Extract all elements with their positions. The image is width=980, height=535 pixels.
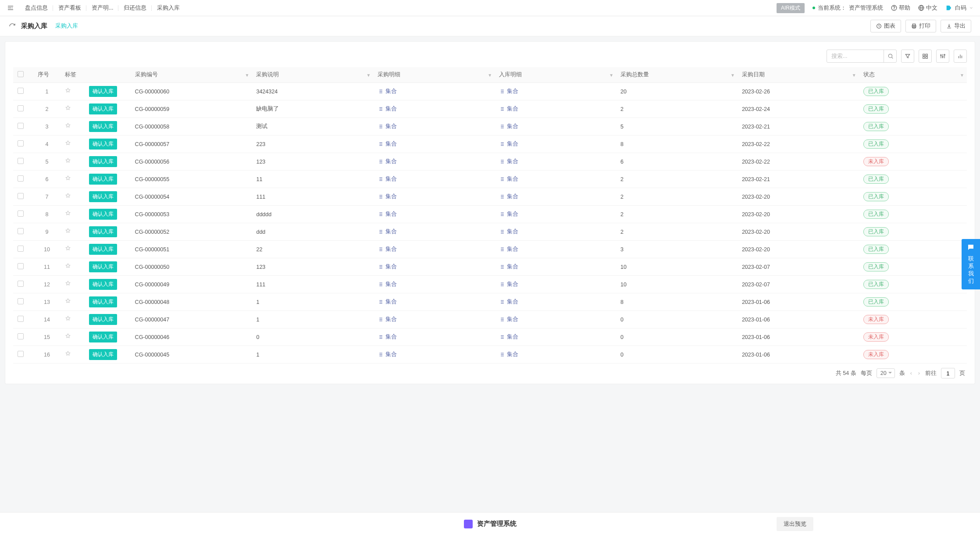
cell-indetail[interactable]: 集合 (495, 311, 616, 328)
header-tag[interactable]: 标签 (61, 67, 85, 83)
row-tag-icon[interactable] (61, 311, 85, 328)
confirm-button[interactable]: 确认入库 (89, 332, 117, 342)
confirm-button[interactable]: 确认入库 (89, 279, 117, 290)
cell-indetail[interactable]: 集合 (495, 276, 616, 293)
cell-indetail[interactable]: 集合 (495, 293, 616, 311)
cell-detail[interactable]: 集合 (373, 100, 495, 118)
table-row[interactable]: 14确认入库CG-000000471集合集合02023-01-06未入库 (13, 311, 967, 328)
table-row[interactable]: 16确认入库CG-000000451集合集合02023-01-06未入库 (13, 346, 967, 364)
cell-indetail[interactable]: 集合 (495, 136, 616, 153)
table-row[interactable]: 7确认入库CG-00000054111集合集合22023-02-20已入库 (13, 188, 967, 206)
row-tag-icon[interactable] (61, 223, 85, 241)
tab-purchase-in[interactable]: 采购入库 (55, 17, 78, 36)
row-confirm[interactable]: 确认入库 (85, 100, 131, 118)
cell-indetail[interactable]: 集合 (495, 153, 616, 171)
confirm-button[interactable]: 确认入库 (89, 314, 117, 325)
nav-item[interactable]: 盘点信息 (20, 4, 53, 12)
row-tag-icon[interactable] (61, 258, 85, 276)
cell-detail[interactable]: 集合 (373, 153, 495, 171)
row-confirm[interactable]: 确认入库 (85, 83, 131, 100)
row-tag-icon[interactable] (61, 83, 85, 100)
help-link[interactable]: 帮助 (891, 4, 910, 12)
row-tag-icon[interactable] (61, 171, 85, 188)
filter-button[interactable] (901, 50, 914, 63)
row-checkbox[interactable] (13, 206, 33, 223)
confirm-button[interactable]: 确认入库 (89, 121, 117, 132)
header-desc[interactable]: 采购说明▼ (252, 67, 373, 83)
pager-perpage-select[interactable]: 20 (877, 368, 895, 378)
row-confirm[interactable]: 确认入库 (85, 293, 131, 311)
cell-indetail[interactable]: 集合 (495, 83, 616, 100)
row-checkbox[interactable] (13, 328, 33, 346)
header-detail[interactable]: 采购明细▼ (373, 67, 495, 83)
row-confirm[interactable]: 确认入库 (85, 153, 131, 171)
row-checkbox[interactable] (13, 293, 33, 311)
row-confirm[interactable]: 确认入库 (85, 118, 131, 136)
confirm-button[interactable]: 确认入库 (89, 244, 117, 255)
row-tag-icon[interactable] (61, 100, 85, 118)
table-row[interactable]: 12确认入库CG-00000049111集合集合102023-02-07已入库 (13, 276, 967, 293)
row-checkbox[interactable] (13, 83, 33, 100)
cell-detail[interactable]: 集合 (373, 258, 495, 276)
cell-indetail[interactable]: 集合 (495, 258, 616, 276)
table-row[interactable]: 9确认入库CG-00000052ddd集合集合22023-02-20已入库 (13, 223, 967, 241)
confirm-button[interactable]: 确认入库 (89, 261, 117, 272)
row-checkbox[interactable] (13, 346, 33, 364)
cell-indetail[interactable]: 集合 (495, 171, 616, 188)
header-status[interactable]: 状态▼ (859, 67, 967, 83)
row-checkbox[interactable] (13, 136, 33, 153)
row-checkbox[interactable] (13, 100, 33, 118)
table-row[interactable]: 8确认入库CG-00000053ddddd集合集合22023-02-20已入库 (13, 206, 967, 223)
search-button[interactable] (884, 50, 897, 63)
table-row[interactable]: 4确认入库CG-00000057223集合集合82023-02-22已入库 (13, 136, 967, 153)
stats-button[interactable] (954, 50, 967, 63)
table-row[interactable]: 10确认入库CG-0000005122集合集合32023-02-20已入库 (13, 241, 967, 258)
nav-item[interactable]: 采购入库 (152, 4, 185, 12)
nav-item[interactable]: 资产看板 (53, 4, 86, 12)
row-tag-icon[interactable] (61, 136, 85, 153)
cell-detail[interactable]: 集合 (373, 188, 495, 206)
brand-menu[interactable]: 白码 (945, 4, 973, 12)
cell-detail[interactable]: 集合 (373, 276, 495, 293)
row-confirm[interactable]: 确认入库 (85, 258, 131, 276)
cell-indetail[interactable]: 集合 (495, 206, 616, 223)
row-confirm[interactable]: 确认入库 (85, 346, 131, 364)
cell-indetail[interactable]: 集合 (495, 328, 616, 346)
confirm-button[interactable]: 确认入库 (89, 349, 117, 360)
header-indetail[interactable]: 入库明细▼ (495, 67, 616, 83)
cell-indetail[interactable]: 集合 (495, 223, 616, 241)
table-row[interactable]: 1确认入库CG-000000603424324集合集合202023-02-26已… (13, 83, 967, 100)
row-confirm[interactable]: 确认入库 (85, 136, 131, 153)
pager-goto-input[interactable] (941, 368, 955, 378)
settings-button[interactable] (936, 50, 949, 63)
row-checkbox[interactable] (13, 311, 33, 328)
confirm-button[interactable]: 确认入库 (89, 226, 117, 237)
cell-indetail[interactable]: 集合 (495, 118, 616, 136)
cell-detail[interactable]: 集合 (373, 136, 495, 153)
row-tag-icon[interactable] (61, 328, 85, 346)
row-tag-icon[interactable] (61, 293, 85, 311)
cell-detail[interactable]: 集合 (373, 311, 495, 328)
row-confirm[interactable]: 确认入库 (85, 241, 131, 258)
nav-item[interactable]: 归还信息 (118, 4, 152, 12)
pager-next-icon[interactable]: › (917, 370, 921, 376)
table-row[interactable]: 11确认入库CG-00000050123集合集合102023-02-07已入库 (13, 258, 967, 276)
export-button[interactable]: 导出 (941, 20, 971, 32)
header-checkbox[interactable] (13, 67, 33, 83)
row-confirm[interactable]: 确认入库 (85, 311, 131, 328)
cell-detail[interactable]: 集合 (373, 171, 495, 188)
cell-indetail[interactable]: 集合 (495, 241, 616, 258)
confirm-button[interactable]: 确认入库 (89, 86, 117, 97)
contact-us-fab[interactable]: 联系我们 (962, 239, 980, 289)
row-checkbox[interactable] (13, 258, 33, 276)
row-tag-icon[interactable] (61, 206, 85, 223)
confirm-button[interactable]: 确认入库 (89, 209, 117, 220)
row-checkbox[interactable] (13, 223, 33, 241)
row-confirm[interactable]: 确认入库 (85, 223, 131, 241)
row-tag-icon[interactable] (61, 276, 85, 293)
cell-detail[interactable]: 集合 (373, 346, 495, 364)
row-tag-icon[interactable] (61, 118, 85, 136)
confirm-button[interactable]: 确认入库 (89, 156, 117, 167)
header-date[interactable]: 采购日期▼ (738, 67, 859, 83)
header-index[interactable]: 序号 (33, 67, 61, 83)
